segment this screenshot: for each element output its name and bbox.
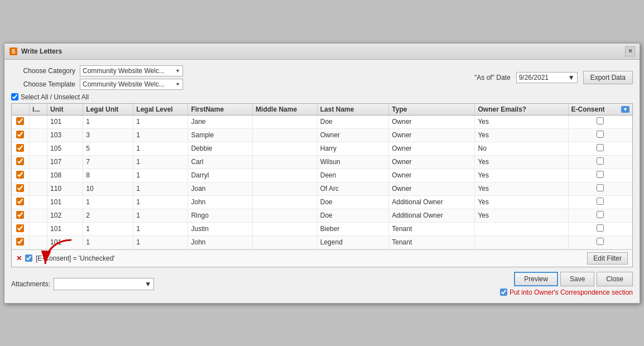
table-row: 101 1 1 John Doe Additional Owner Yes [12, 195, 632, 209]
cell-lastname: Wilsun [317, 155, 389, 169]
row-checkbox[interactable] [16, 198, 24, 205]
close-window-button[interactable]: ✕ [625, 46, 635, 56]
choose-category-label: Choose Category [11, 67, 75, 75]
cell-unit: 102 [47, 209, 83, 222]
table-row: 110 10 1 Joan Of Arc Owner Yes [12, 182, 632, 195]
econsent-checkbox[interactable] [597, 144, 604, 151]
cell-legal-unit: 1 [83, 236, 133, 249]
cell-owner-emails: Yes [475, 128, 568, 142]
preview-button[interactable]: Preview [514, 272, 558, 286]
filter-text: [E-Consent] = 'Unchecked' [36, 254, 115, 262]
cell-firstname: Ringo [188, 209, 253, 222]
cell-econsent [568, 182, 632, 195]
row-checkbox-cell [12, 142, 29, 155]
form-rows: Choose Category Community Website Welc..… [11, 65, 183, 90]
cell-legal-unit: 8 [83, 169, 133, 182]
cell-type: Owner [389, 182, 475, 195]
attachments-row: Attachments: ▼ [11, 278, 154, 290]
template-arrow-icon: ▼ [175, 81, 180, 87]
cell-legal-level: 1 [133, 182, 188, 195]
row-checkbox[interactable] [16, 144, 24, 152]
cell-legal-unit: 5 [83, 142, 133, 155]
th-checkbox [12, 104, 29, 116]
template-dropdown[interactable]: Community Website Welc... ▼ [80, 79, 183, 90]
econsent-checkbox[interactable] [597, 211, 604, 218]
cell-econsent [568, 142, 632, 155]
filter-checkbox[interactable] [25, 254, 32, 262]
cell-owner-emails: Yes [475, 169, 568, 182]
cell-index [29, 222, 47, 236]
cell-firstname: Carl [188, 155, 253, 169]
select-all-checkbox[interactable] [11, 93, 18, 100]
econsent-checkbox[interactable] [597, 224, 604, 232]
cell-type: Additional Owner [389, 209, 475, 222]
cell-type: Owner [389, 115, 475, 128]
title-bar: S Write Letters ✕ [4, 44, 640, 60]
cell-legal-level: 1 [133, 128, 188, 142]
attachments-arrow-icon: ▼ [145, 280, 151, 288]
table-row: 108 8 1 Darryl Deen Owner Yes [12, 169, 632, 182]
table-scroll[interactable]: i... Unit Legal Unit Legal Level FirstNa… [12, 104, 632, 249]
cell-econsent [568, 236, 632, 249]
date-dropdown[interactable]: 9/26/2021 ▼ [516, 72, 578, 83]
econsent-checkbox[interactable] [597, 184, 604, 191]
table-row: 101 1 1 Justin Bieber Tenant [12, 222, 632, 236]
cell-owner-emails: No [475, 142, 568, 155]
cell-legal-unit: 7 [83, 155, 133, 169]
cell-lastname: Doe [317, 209, 389, 222]
table-row: 101 1 1 Jane Doe Owner Yes [12, 115, 632, 128]
econsent-checkbox[interactable] [597, 171, 604, 178]
category-value: Community Website Welc... [83, 67, 165, 75]
svg-text:S: S [12, 49, 16, 55]
cell-legal-level: 1 [133, 142, 188, 155]
edit-filter-button[interactable]: Edit Filter [587, 252, 628, 265]
row-checkbox[interactable] [16, 117, 24, 125]
select-all-row: Select All / Unselect All [11, 93, 633, 101]
th-econsent[interactable]: E-Consent ▼ [568, 104, 632, 116]
cell-owner-emails: Yes [475, 115, 568, 128]
template-value: Community Website Welc... [83, 80, 165, 88]
row-checkbox-cell [12, 236, 29, 249]
row-checkbox[interactable] [16, 157, 24, 165]
econsent-checkbox[interactable] [597, 117, 604, 124]
econsent-checkbox[interactable] [597, 198, 604, 205]
cell-type: Owner [389, 169, 475, 182]
cell-index [29, 209, 47, 222]
row-checkbox[interactable] [16, 131, 24, 138]
row-checkbox[interactable] [16, 211, 24, 219]
row-checkbox[interactable] [16, 171, 24, 179]
choose-template-label: Choose Template [11, 80, 75, 88]
filter-clear-button[interactable]: ✕ [16, 254, 22, 262]
save-button[interactable]: Save [560, 272, 594, 286]
close-button[interactable]: Close [597, 272, 633, 286]
owner-corr-checkbox[interactable] [500, 289, 507, 296]
cell-firstname: John [188, 236, 253, 249]
attachments-dropdown[interactable]: ▼ [54, 278, 154, 290]
econsent-checkbox[interactable] [597, 157, 604, 165]
cell-index [29, 115, 47, 128]
row-checkbox[interactable] [16, 184, 24, 192]
cell-firstname: Sample [188, 128, 253, 142]
cell-owner-emails: Yes [475, 155, 568, 169]
cell-type: Owner [389, 128, 475, 142]
th-index: i... [29, 104, 47, 116]
filter-icon: ▼ [621, 106, 629, 113]
category-dropdown[interactable]: Community Website Welc... ▼ [80, 65, 183, 76]
econsent-checkbox[interactable] [597, 238, 604, 245]
table-row: 105 5 1 Debbie Harry Owner No [12, 142, 632, 155]
cell-owner-emails: Yes [475, 182, 568, 195]
cell-lastname: Deen [317, 169, 389, 182]
row-checkbox[interactable] [16, 224, 24, 232]
cell-econsent [568, 115, 632, 128]
cell-owner-emails: Yes [475, 209, 568, 222]
cell-econsent [568, 209, 632, 222]
row-checkbox[interactable] [16, 238, 24, 246]
cell-firstname: Debbie [188, 142, 253, 155]
export-data-button[interactable]: Export Data [583, 71, 633, 84]
row-checkbox-cell [12, 195, 29, 209]
th-legal-level: Legal Level [133, 104, 188, 116]
econsent-checkbox[interactable] [597, 131, 604, 138]
table-row: 107 7 1 Carl Wilsun Owner Yes [12, 155, 632, 169]
row-checkbox-cell [12, 115, 29, 128]
cell-middle [253, 142, 318, 155]
